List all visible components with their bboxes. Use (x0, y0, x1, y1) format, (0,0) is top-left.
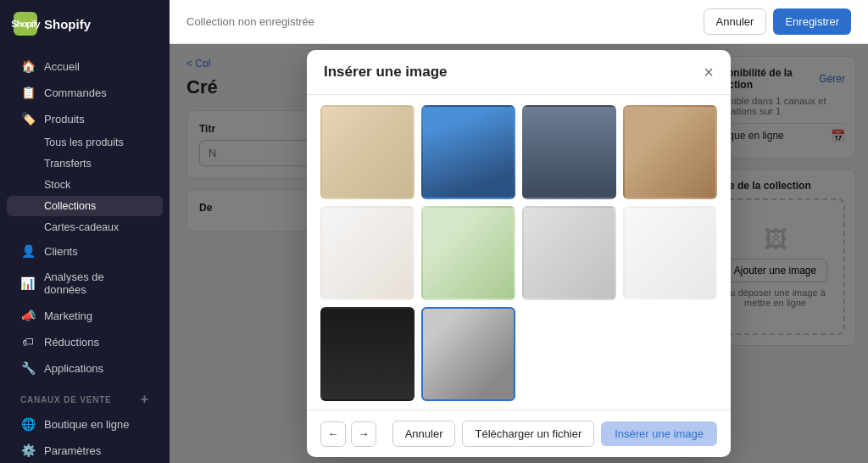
analytics-icon: 📊 (20, 276, 36, 290)
sidebar-item-clients[interactable]: 👤 Clients (7, 238, 163, 264)
page-status: Collection non enregistrée (186, 15, 314, 28)
sidebar-subitem-tous-produits[interactable]: Tous les produits (7, 132, 163, 153)
sidebar-item-commandes[interactable]: 📋 Commandes (7, 80, 163, 105)
sidebar-item-label: Marketing (44, 310, 92, 322)
save-button[interactable]: Enregistrer (773, 8, 851, 35)
sidebar-item-applications[interactable]: 🔧 Applications (7, 355, 163, 381)
sidebar-item-accueil[interactable]: 🏠 Accueil (7, 53, 163, 79)
main-content: Collection non enregistrée Annuler Enreg… (170, 0, 868, 463)
image-cell-8[interactable] (623, 206, 717, 300)
sidebar-item-analyses[interactable]: 📊 Analyses de données (7, 265, 163, 302)
image-cell-9[interactable] (320, 307, 415, 401)
canaux-section-label: CANAUX DE VENTE + (0, 382, 170, 410)
shopify-logo: Shopify (14, 12, 37, 36)
sidebar-item-parametres[interactable]: ⚙️ Paramètres (7, 438, 163, 463)
discounts-icon: 🏷 (20, 335, 36, 349)
orders-icon: 📋 (20, 86, 36, 99)
modal-close-button[interactable]: × (704, 64, 714, 81)
modal-title: Insérer une image (324, 64, 448, 81)
store-name: Shopify (44, 17, 91, 31)
sidebar-item-label: Commandes (44, 86, 107, 99)
sidebar-item-label: Analyses de données (44, 271, 149, 296)
sidebar-subitem-transferts[interactable]: Transferts (7, 153, 163, 174)
sidebar-item-label: Applications (44, 362, 103, 375)
modal-overlay[interactable]: Insérer une image × (170, 44, 868, 463)
modal-action-buttons: Annuler Télécharger un fichier Insérer u… (392, 421, 717, 447)
sidebar-item-marketing[interactable]: 📣 Marketing (7, 303, 163, 328)
sidebar-item-label: Réductions (44, 336, 99, 349)
sidebar-subitem-collections[interactable]: Collections (7, 196, 163, 216)
sidebar-subitem-stock[interactable]: Stock (7, 175, 163, 195)
modal-nav-buttons: ← → (320, 421, 376, 447)
sidebar-item-label: Accueil (44, 60, 80, 73)
prev-button[interactable]: ← (320, 421, 346, 447)
image-cell-10[interactable] (421, 307, 515, 401)
apps-icon: 🔧 (20, 361, 36, 375)
cancel-button[interactable]: Annuler (704, 8, 767, 35)
sidebar: Shopify Shopify 🏠 Accueil 📋 Commandes 🏷️… (0, 0, 170, 463)
store-icon: 🌐 (20, 417, 36, 431)
sidebar-item-label: Paramètres (44, 444, 101, 457)
image-grid (320, 105, 717, 401)
image-cell-2[interactable] (421, 105, 515, 199)
sidebar-navigation: 🏠 Accueil 📋 Commandes 🏷️ Produits Tous l… (0, 47, 170, 463)
clients-icon: 👤 (20, 244, 36, 258)
image-cell-3[interactable] (522, 105, 616, 199)
topbar: Collection non enregistrée Annuler Enreg… (170, 0, 868, 44)
upload-file-button[interactable]: Télécharger un fichier (462, 421, 594, 447)
settings-icon: ⚙️ (20, 443, 36, 457)
sidebar-item-label: Clients (44, 245, 78, 258)
sidebar-subitem-cartes-cadeaux[interactable]: Cartes-cadeaux (7, 217, 163, 237)
modal-footer: ← → Annuler Télécharger un fichier Insér… (307, 410, 731, 457)
modal-header: Insérer une image × (307, 50, 731, 95)
modal-cancel-button[interactable]: Annuler (392, 421, 456, 447)
insert-image-modal: Insérer une image × (307, 50, 731, 457)
sidebar-item-label: Boutique en ligne (44, 418, 129, 431)
products-icon: 🏷️ (20, 112, 36, 126)
add-channel-button[interactable]: + (141, 392, 149, 407)
image-cell-5[interactable] (320, 206, 415, 300)
next-button[interactable]: → (351, 421, 376, 447)
image-cell-6[interactable] (421, 206, 515, 300)
sidebar-item-label: Produits (44, 113, 85, 126)
image-cell-4[interactable] (623, 105, 717, 199)
image-cell-7[interactable] (522, 206, 616, 300)
sidebar-item-produits[interactable]: 🏷️ Produits (7, 106, 163, 131)
sidebar-item-reductions[interactable]: 🏷 Réductions (7, 329, 163, 354)
page-area: < Col Cré Titr De Disponibilité de la co… (170, 44, 868, 463)
sidebar-header: Shopify Shopify (0, 0, 170, 47)
topbar-actions: Annuler Enregistrer (704, 8, 851, 35)
sidebar-item-boutique[interactable]: 🌐 Boutique en ligne (7, 411, 163, 437)
home-icon: 🏠 (20, 59, 36, 73)
marketing-icon: 📣 (20, 309, 36, 322)
image-cell-1[interactable] (320, 105, 415, 199)
insert-image-button[interactable]: Insérer une image (601, 421, 717, 446)
modal-body (307, 95, 731, 410)
